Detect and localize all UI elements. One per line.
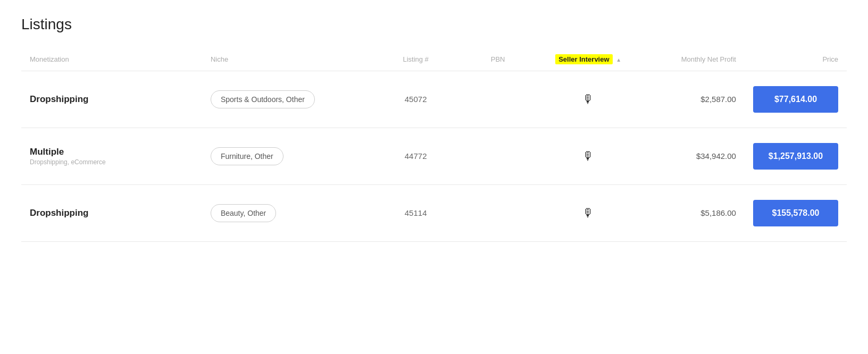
seller-interview-cell: 🎙 <box>531 185 646 242</box>
profit-cell: $34,942.00 <box>646 128 745 185</box>
listing-number: 44772 <box>405 151 427 161</box>
col-header-monetization[interactable]: Monetization <box>21 49 202 71</box>
listings-table: Monetization Niche Listing # PBN Seller … <box>21 49 847 242</box>
col-header-price[interactable]: Price <box>745 49 847 71</box>
sort-arrow-icon: ▲ <box>616 57 621 63</box>
price-button[interactable]: $77,614.00 <box>753 86 838 113</box>
listing-number-cell: 45072 <box>366 71 465 128</box>
niche-cell: Beauty, Other <box>202 185 366 242</box>
seller-interview-cell: 🎙 <box>531 128 646 185</box>
table-row: Multiple Dropshipping, eCommerce Furnitu… <box>21 128 847 185</box>
monetization-sub-label: Dropshipping, eCommerce <box>30 158 194 166</box>
pbn-cell <box>465 71 531 128</box>
table-header-row: Monetization Niche Listing # PBN Seller … <box>21 49 847 71</box>
microphone-icon: 🎙 <box>582 149 594 163</box>
microphone-icon: 🎙 <box>582 206 594 220</box>
seller-interview-highlight: Seller Interview <box>555 54 612 64</box>
table-row: Dropshipping Sports & Outdoors, Other 45… <box>21 71 847 128</box>
seller-interview-cell: 🎙 <box>531 71 646 128</box>
profit-cell: $5,186.00 <box>646 185 745 242</box>
price-cell: $1,257,913.00 <box>745 128 847 185</box>
listing-number: 45114 <box>405 208 427 217</box>
niche-cell: Furniture, Other <box>202 128 366 185</box>
profit-value: $34,942.00 <box>696 151 736 161</box>
col-header-niche[interactable]: Niche <box>202 49 366 71</box>
pbn-cell <box>465 185 531 242</box>
niche-tag[interactable]: Sports & Outdoors, Other <box>211 90 315 108</box>
table-row: Dropshipping Beauty, Other 45114 🎙 $5,18… <box>21 185 847 242</box>
page-title: Listings <box>21 16 847 33</box>
pbn-cell <box>465 128 531 185</box>
listing-number-cell: 44772 <box>366 128 465 185</box>
listing-number-cell: 45114 <box>366 185 465 242</box>
monetization-cell: Dropshipping <box>21 185 202 242</box>
listing-number: 45072 <box>405 95 427 104</box>
monetization-cell: Multiple Dropshipping, eCommerce <box>21 128 202 185</box>
profit-value: $5,186.00 <box>700 208 736 217</box>
profit-value: $2,587.00 <box>700 95 736 104</box>
monetization-main-label: Dropshipping <box>30 94 194 105</box>
price-cell: $77,614.00 <box>745 71 847 128</box>
col-header-listing[interactable]: Listing # <box>366 49 465 71</box>
price-button[interactable]: $1,257,913.00 <box>753 143 838 170</box>
col-header-pbn[interactable]: PBN <box>465 49 531 71</box>
monetization-main-label: Multiple <box>30 147 194 157</box>
col-header-seller-interview[interactable]: Seller Interview ▲ <box>531 49 646 71</box>
monetization-main-label: Dropshipping <box>30 208 194 218</box>
niche-tag[interactable]: Furniture, Other <box>211 147 283 165</box>
profit-cell: $2,587.00 <box>646 71 745 128</box>
price-button[interactable]: $155,578.00 <box>753 200 838 226</box>
col-header-monthly-net-profit[interactable]: Monthly Net Profit <box>646 49 745 71</box>
microphone-icon: 🎙 <box>582 92 594 106</box>
niche-cell: Sports & Outdoors, Other <box>202 71 366 128</box>
monetization-cell: Dropshipping <box>21 71 202 128</box>
price-cell: $155,578.00 <box>745 185 847 242</box>
niche-tag[interactable]: Beauty, Other <box>211 204 276 222</box>
